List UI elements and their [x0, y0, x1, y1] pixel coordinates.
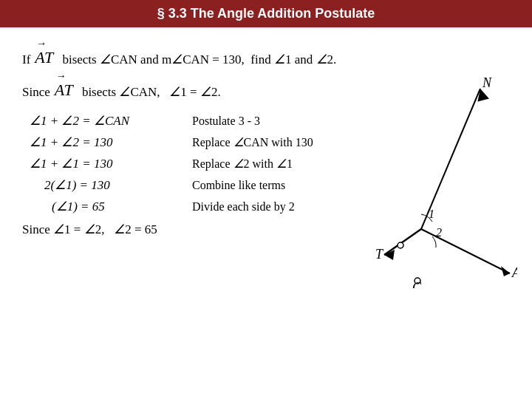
bisects-text1: bisects ∠CAN and m∠CAN = 130, find ∠1 an… [59, 52, 336, 67]
step1-reason: Postulate 3 - 3 [192, 115, 260, 128]
step5-math: (∠1) = 65 [30, 199, 192, 214]
step5-reason: Divide each side by 2 [192, 200, 295, 214]
angle-diagram: N T C A 1 2 [362, 66, 517, 288]
svg-marker-3 [501, 266, 510, 276]
ray-AT: AT [35, 48, 53, 67]
page: § 3.3 The Angle Addition Postulate If AT… [0, 0, 532, 399]
label-C: C [412, 280, 422, 288]
step3-reason: Replace ∠2 with ∠1 [192, 157, 293, 171]
problem-statement: If AT bisects ∠CAN and m∠CAN = 130, find… [22, 41, 510, 67]
header-title: § 3.3 The Angle Addition Postulate [157, 6, 375, 21]
step3-math: ∠1 + ∠1 = 130 [30, 156, 192, 171]
label-A: A [511, 265, 517, 280]
ray-AT-since: AT [55, 81, 73, 100]
svg-line-4 [384, 229, 421, 255]
step2-reason: Replace ∠CAN with 130 [192, 135, 313, 149]
step1-math: ∠1 + ∠2 = ∠CAN [30, 113, 192, 129]
svg-point-6 [398, 242, 403, 248]
label-T: T [375, 247, 384, 262]
label-angle-2: 2 [436, 226, 442, 239]
final-text: Since ∠1 = ∠2, ∠2 = 65 [22, 222, 157, 237]
label-N: N [482, 75, 492, 90]
since-label: Since [22, 85, 50, 100]
section-header: § 3.3 The Angle Addition Postulate [0, 0, 532, 27]
if-label: If [22, 52, 30, 67]
bisects-text2: bisects ∠CAN, ∠1 = ∠2. [79, 84, 221, 100]
svg-line-2 [421, 229, 510, 273]
step4-math: 2(∠1) = 130 [30, 177, 192, 193]
step2-math: ∠1 + ∠2 = 130 [30, 134, 192, 150]
step4-reason: Combine like terms [192, 179, 285, 192]
